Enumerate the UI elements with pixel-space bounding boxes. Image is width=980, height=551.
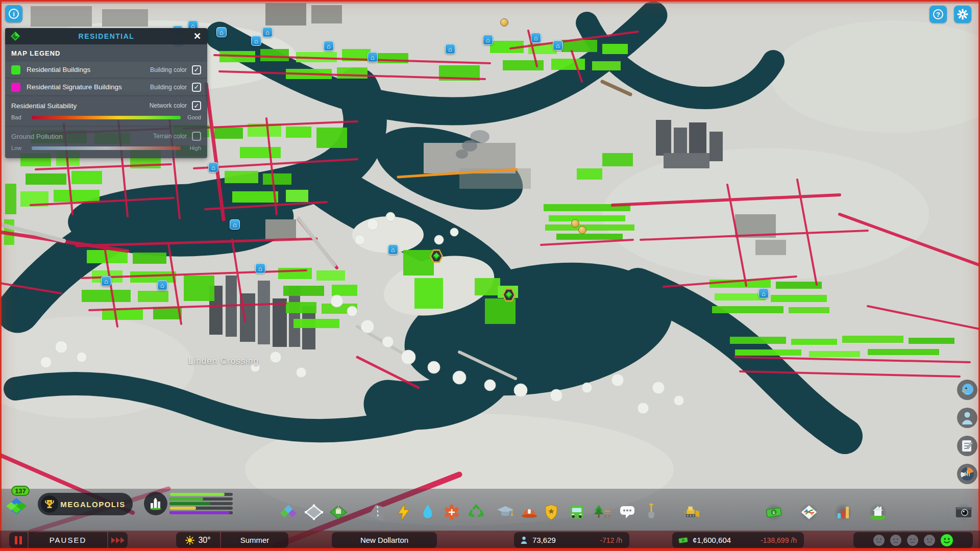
toolbar-education-button[interactable]: [496, 503, 514, 521]
toolbar-healthcare-button[interactable]: [443, 503, 461, 521]
panel-title: RESIDENTIAL: [20, 32, 192, 40]
building-levelup-icon[interactable]: ⌂: [262, 27, 273, 37]
toolbar-water-button[interactable]: [419, 503, 437, 521]
notification-icon[interactable]: [578, 226, 586, 234]
pollution-label: Ground Pollution: [11, 133, 153, 140]
zoning-demand-bars[interactable]: [169, 493, 236, 514]
city-statistics-button[interactable]: [957, 464, 977, 484]
toolbar-electricity-button[interactable]: [395, 503, 413, 521]
toolbar-landscaping-button[interactable]: [329, 503, 348, 521]
chirper-button[interactable]: [957, 380, 977, 400]
simulation-state: PAUSED: [29, 532, 107, 548]
speed-button[interactable]: [108, 532, 128, 548]
building-levelup-icon[interactable]: ⌂: [255, 263, 265, 273]
money-icon: [678, 537, 688, 544]
milestone-name: MEGALOPOLIS: [58, 500, 128, 509]
fire-helmet-icon: [521, 505, 538, 520]
bus-icon: [569, 504, 584, 520]
city-info-house-icon: [869, 504, 887, 521]
toolbar-communications-button[interactable]: [618, 503, 636, 521]
residential-buildings-swatch: [11, 65, 20, 74]
building-levelup-icon[interactable]: ⌂: [216, 27, 227, 37]
population-icon: [520, 536, 528, 544]
happiness-face-icon: [923, 534, 936, 546]
pollution-gradient: [32, 146, 181, 150]
bulldozer-icon: [682, 504, 700, 520]
journal-notes-icon: [960, 439, 974, 453]
help-button[interactable]: ?: [929, 6, 947, 23]
population-widget[interactable]: 73,629 -712 /h: [514, 532, 629, 548]
toolbar-terraforming-button[interactable]: [642, 503, 660, 521]
gear-icon: [957, 9, 968, 20]
building-color-checkbox[interactable]: ✓: [192, 65, 201, 74]
building-levelup-icon[interactable]: ⌂: [101, 276, 111, 286]
network-color-checkbox[interactable]: ✓: [192, 101, 201, 110]
economy-money-icon: ¢: [765, 505, 782, 520]
season-widget[interactable]: Summer: [221, 532, 288, 548]
journal-button[interactable]: [957, 436, 977, 456]
settings-button[interactable]: [954, 6, 971, 23]
milestone-count-badge: 137: [11, 486, 30, 496]
row-label: Residential Buildings: [27, 66, 150, 73]
weather-widget[interactable]: 30°: [176, 532, 220, 548]
building-levelup-icon[interactable]: ⌂: [208, 162, 218, 172]
suitability-gradient: [32, 116, 181, 119]
toolbar-bulldozer-button[interactable]: [682, 503, 700, 521]
building-levelup-icon[interactable]: ⌂: [157, 280, 167, 290]
toolbar-economy-button[interactable]: ¢: [765, 503, 783, 521]
toolbar-city-info-button[interactable]: [869, 503, 887, 521]
building-levelup-icon[interactable]: ⌂: [483, 35, 493, 45]
toolbar-statistics-button[interactable]: [834, 503, 852, 521]
building-levelup-icon[interactable]: ⌂: [230, 219, 240, 230]
happiness-face-icon: [890, 534, 902, 546]
education-icon: [496, 504, 514, 520]
pause-button[interactable]: [9, 532, 28, 548]
citizens-button[interactable]: [957, 408, 977, 428]
milestone-button[interactable]: MEGALOPOLIS: [38, 493, 133, 515]
signature-buildings-swatch: [11, 83, 20, 92]
notification-icon[interactable]: [500, 18, 508, 27]
demand-panel-button[interactable]: [144, 492, 167, 515]
toolbar-infoviews-button[interactable]: [800, 503, 818, 521]
building-levelup-icon[interactable]: ⌂: [251, 36, 261, 46]
row-label: Residential Signature Buildings: [27, 83, 150, 91]
building-levelup-icon[interactable]: ⌂: [758, 288, 769, 298]
chat-bubble-icon: [619, 505, 635, 520]
close-button[interactable]: ✕: [192, 31, 202, 42]
happiness-face-selected-icon: [940, 534, 953, 547]
notification-icon[interactable]: [571, 219, 579, 228]
scale-max-label: High: [184, 145, 201, 151]
suitability-label: Residential Suitability: [11, 102, 150, 110]
happiness-widget[interactable]: [853, 532, 973, 548]
police-badge-icon: [544, 504, 559, 520]
building-levelup-icon[interactable]: ⌂: [553, 40, 563, 51]
toolbar-fire-rescue-button[interactable]: [520, 503, 538, 521]
building-levelup-icon[interactable]: ⌂: [445, 44, 455, 54]
toolbar-parks-button[interactable]: [593, 503, 611, 521]
electricity-icon: [396, 504, 411, 521]
building-levelup-icon[interactable]: ⌂: [324, 41, 334, 51]
treasury-value: ¢1,600,604: [693, 536, 731, 544]
sun-icon: [185, 536, 194, 545]
toggle-label: Network color: [150, 102, 187, 109]
building-color-checkbox[interactable]: ✓: [192, 83, 201, 92]
demand-bar: [169, 511, 230, 514]
toolbar-zones-button[interactable]: [279, 503, 298, 521]
toolbar-photo-mode-button[interactable]: [954, 503, 973, 521]
building-levelup-icon[interactable]: ⌂: [368, 52, 378, 62]
temperature: 30°: [198, 536, 210, 545]
toolbar-transportation-button[interactable]: [568, 503, 586, 521]
toggle-label: Building color: [150, 66, 187, 73]
district-label: Linden Crossing: [162, 356, 285, 366]
milestone-progress-icon[interactable]: [3, 494, 30, 517]
terrain-color-checkbox[interactable]: [192, 132, 201, 141]
toolbar-roads-button[interactable]: [369, 503, 387, 521]
building-levelup-icon[interactable]: ⌂: [531, 33, 541, 43]
city-name-widget[interactable]: New Dollarton: [332, 532, 437, 548]
toolbar-police-button[interactable]: [542, 503, 560, 521]
info-button[interactable]: i: [5, 5, 22, 22]
toolbar-garbage-button[interactable]: [467, 503, 485, 521]
treasury-widget[interactable]: ¢1,600,604 -138,699 /h: [672, 532, 804, 548]
building-levelup-icon[interactable]: ⌂: [388, 244, 398, 255]
toolbar-areas-button[interactable]: [305, 503, 323, 521]
